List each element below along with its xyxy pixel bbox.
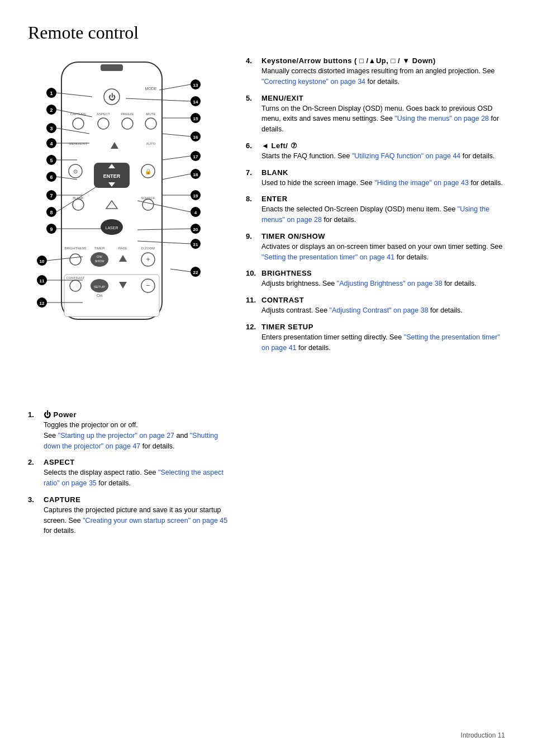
- list-item-5: 5. MENU/EXIT Turns on the On-Screen Disp…: [246, 94, 505, 135]
- svg-text:TIMER: TIMER: [94, 247, 105, 250]
- svg-text:BRIGHTNESS: BRIGHTNESS: [64, 247, 86, 250]
- left-desc-section: 1. ⏻ Power Toggles the projector on or o…: [28, 410, 229, 543]
- svg-text:AUTO: AUTO: [146, 142, 156, 145]
- svg-text:13: 13: [193, 83, 198, 88]
- svg-text:19: 19: [193, 193, 198, 199]
- svg-text:5: 5: [50, 158, 53, 163]
- svg-text:4: 4: [50, 141, 53, 147]
- list-item-8: 8. ENTER Enacts the selected On-Screen D…: [246, 195, 505, 225]
- svg-text:ENTER: ENTER: [103, 173, 121, 179]
- svg-line-70: [170, 269, 191, 272]
- svg-text:4: 4: [194, 210, 197, 215]
- list-item-9: 9. TIMER ON/SHOW Activates or displays a…: [246, 232, 505, 263]
- svg-text:🔒: 🔒: [145, 168, 152, 175]
- right-column: 4. Keystone/Arrow buttons ( □ /▲Up, □ / …: [246, 56, 505, 399]
- page-title: Remote control: [28, 22, 505, 43]
- svg-text:FREEZE: FREEZE: [121, 112, 134, 116]
- svg-text:PAGE: PAGE: [118, 247, 127, 250]
- svg-text:3: 3: [50, 126, 53, 131]
- svg-text:12: 12: [40, 301, 45, 306]
- svg-text:CONTRAST: CONTRAST: [66, 276, 85, 280]
- list-item-11: 11. CONTRAST Adjusts contrast. See "Adju…: [246, 296, 505, 316]
- svg-text:⊙: ⊙: [73, 168, 78, 174]
- left-column: 1 2 3 4 5 6: [28, 56, 229, 399]
- list-item-7: 7. BLANK Used to hide the screen image. …: [246, 168, 505, 188]
- svg-text:9: 9: [50, 226, 53, 232]
- svg-line-40: [159, 84, 191, 90]
- svg-line-55: [162, 174, 191, 179]
- svg-text:15: 15: [193, 116, 198, 121]
- svg-text:8: 8: [50, 210, 53, 215]
- svg-line-49: [162, 134, 191, 136]
- list-item-2: 2. ASPECT Selects the display aspect rat…: [28, 458, 229, 489]
- remote-diagram: 1 2 3 4 5 6: [28, 56, 218, 382]
- list-item-3: 3. CAPTURE Captures the projected pictur…: [28, 495, 229, 536]
- svg-line-52: [162, 156, 191, 160]
- svg-text:MUTE: MUTE: [146, 112, 156, 116]
- right-desc-section: [246, 410, 505, 543]
- svg-text:16: 16: [193, 135, 198, 140]
- svg-text:22: 22: [193, 270, 198, 275]
- svg-text:ASPECT: ASPECT: [97, 112, 110, 116]
- list-item-1: 1. ⏻ Power Toggles the projector on or o…: [28, 410, 229, 451]
- svg-text:⏻: ⏻: [108, 93, 116, 101]
- svg-text:6: 6: [50, 174, 53, 180]
- list-item-4: 4. Keystone/Arrow buttons ( □ /▲Up, □ / …: [246, 56, 505, 87]
- svg-text:LASER: LASER: [106, 226, 118, 230]
- page-footer: Introduction 11: [461, 731, 505, 739]
- svg-text:ON/: ON/: [97, 255, 102, 258]
- svg-text:MENU/EXIT: MENU/EXIT: [69, 142, 88, 145]
- svg-text:11: 11: [40, 278, 45, 284]
- svg-text:D.ZOOM: D.ZOOM: [141, 247, 155, 250]
- svg-text:CAPTURE: CAPTURE: [70, 112, 87, 116]
- svg-text:MODE: MODE: [145, 87, 157, 91]
- svg-text:14: 14: [193, 100, 198, 105]
- svg-text:21: 21: [193, 242, 198, 247]
- svg-text:SHOW: SHOW: [94, 259, 104, 263]
- svg-text:7: 7: [50, 193, 53, 199]
- svg-text:On: On: [97, 293, 103, 298]
- svg-text:2: 2: [50, 107, 53, 113]
- svg-text:−: −: [146, 281, 150, 290]
- list-item-10: 10. BRIGHTNESS Adjusts brightness. See "…: [246, 269, 505, 289]
- svg-text:1: 1: [50, 91, 53, 96]
- svg-text:10: 10: [40, 259, 45, 264]
- svg-text:17: 17: [193, 154, 198, 159]
- svg-rect-71: [101, 64, 123, 71]
- svg-text:20: 20: [193, 227, 198, 232]
- list-item-12: 12. TIMER SETUP Enters presentation time…: [246, 323, 505, 353]
- svg-text:+: +: [146, 255, 150, 263]
- list-item-6: 6. ◄ Left/ ⑦ Starts the FAQ function. Se…: [246, 141, 505, 162]
- svg-text:SETUP: SETUP: [94, 285, 105, 289]
- svg-text:18: 18: [193, 172, 198, 177]
